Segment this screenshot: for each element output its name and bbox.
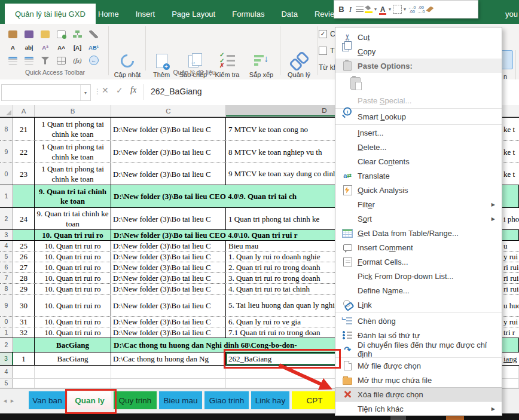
cell-c[interactable]: D:\New folder (3)\Bo tai lieu C — [111, 163, 226, 185]
cell-b[interactable] — [35, 366, 111, 378]
textbox-button[interactable]: ab| — [21, 41, 37, 54]
tab-data[interactable]: Data — [273, 8, 306, 20]
column-header-a[interactable]: A — [13, 105, 35, 117]
menu-item-mo-file-duoc-chon[interactable]: Mở file được chọn — [335, 358, 502, 373]
bold-button[interactable]: B — [337, 3, 346, 16]
menu-item-define-name[interactable]: Define Name... — [335, 283, 502, 298]
borders-button[interactable] — [393, 3, 402, 16]
cell-c[interactable]: D:\New folder (3)\Bo tai lieu C — [111, 317, 226, 327]
fill-color-dropdown[interactable]: ▾ — [373, 3, 378, 16]
new-file-button[interactable] — [53, 27, 69, 41]
formula-bar-grip[interactable]: ⋮ — [94, 87, 101, 96]
cell-a[interactable] — [13, 230, 35, 240]
cell-a[interactable] — [13, 338, 35, 352]
cell-c[interactable] — [111, 366, 226, 378]
grow-font-button[interactable]: A˄ — [53, 41, 69, 54]
menu-item-smart-lookup[interactable]: i Smart Lookup — [335, 109, 502, 124]
org-chart-button[interactable] — [69, 27, 86, 41]
cell-c[interactable]: D:\New folder (3)\Bo tai lieu C — [111, 118, 226, 140]
cell-b[interactable]: 10. Quan tri rui ro — [35, 262, 111, 272]
insert-function-fx-button[interactable]: fx — [130, 85, 136, 95]
enter-button[interactable]: ✓ — [116, 85, 123, 95]
row-number[interactable]: 2 — [0, 208, 13, 229]
cell-b[interactable]: 10. Quan tri rui ro — [35, 241, 111, 251]
font-button[interactable]: A — [5, 41, 21, 54]
cell-b[interactable]: BacGiang — [35, 338, 111, 352]
tab-formulas[interactable]: Formulas — [224, 8, 273, 20]
menu-item-tien-ich-khac[interactable]: Tiện ích khác ▶ — [335, 401, 502, 416]
row-number[interactable]: 9 — [0, 295, 13, 316]
row-number[interactable]: 8 — [0, 118, 13, 140]
row-number[interactable]: 4 — [0, 241, 13, 251]
select-all-corner[interactable] — [0, 105, 13, 117]
row-number-selected[interactable]: 3 — [0, 352, 13, 365]
cell-b[interactable] — [35, 379, 111, 388]
spelling-button[interactable]: AB¹ — [86, 41, 102, 54]
cell-c[interactable]: D:\New folder (3)\Bo tai lieu C — [111, 284, 226, 294]
row-number[interactable]: 3 — [0, 230, 13, 240]
menu-item-pick-from-list[interactable]: Pick From Drop-down List... — [335, 269, 502, 283]
tab-page-layout[interactable]: Page Layout — [163, 8, 224, 20]
paste-option-button[interactable] — [335, 73, 502, 93]
menu-item-clear-contents[interactable]: Clear Contents — [335, 154, 502, 168]
row-number[interactable]: 1 — [0, 327, 13, 338]
name-box[interactable]: ▾ — [1, 84, 91, 101]
sheet-tab-giao-trinh[interactable]: Giao trinh — [204, 391, 249, 409]
menu-item-sort[interactable]: Sort ▶ — [335, 211, 502, 226]
column-header-c[interactable]: C — [111, 105, 226, 117]
cell-c[interactable] — [111, 379, 226, 388]
font-color-dropdown[interactable]: ▾ — [387, 3, 392, 16]
cell-a[interactable]: 32 — [13, 327, 35, 338]
menu-item-get-data[interactable]: Get Data from Table/Range... — [335, 226, 502, 240]
cell-a[interactable]: 24 — [13, 208, 35, 229]
menu-item-insert[interactable]: Insert... — [335, 125, 502, 140]
cell-b[interactable]: 9. Quan tri tai chinh ke toan — [35, 208, 111, 229]
cell-b[interactable]: 10. Quan tri rui ro — [35, 295, 111, 316]
column-header-b[interactable]: B — [35, 105, 111, 117]
sheet-nav-right-icon[interactable]: ► — [10, 398, 15, 404]
sheet-tab-cpt[interactable]: CPT — [292, 391, 337, 409]
cell-a[interactable]: 1 — [13, 352, 35, 365]
cell-b[interactable]: 1 Quan tri phong tai chinh ke toan — [35, 118, 111, 140]
menu-item-insert-comment[interactable]: Insert Comment — [335, 240, 502, 255]
cell-c[interactable]: D:\New folder (3)\Bo tai lieu C — [111, 252, 226, 262]
tab-home[interactable]: Home — [90, 8, 127, 20]
menu-item-di-chuyen-files[interactable]: ↷ Di chuyển files đến thư mục được chỉ đ… — [335, 342, 502, 357]
menu-item-cut[interactable]: ✂ Cut — [335, 30, 502, 44]
cell-b[interactable]: BacGiang — [35, 352, 111, 365]
cell-c[interactable]: D:\New folder (3)\Bo tai lieu C — [111, 241, 226, 251]
back-button[interactable]: ← — [86, 54, 102, 67]
cell-c[interactable]: D:\New folder (3)\Bo tai lieu C — [111, 262, 226, 272]
filter-button[interactable] — [37, 54, 53, 67]
cell-a[interactable] — [13, 185, 35, 207]
menu-item-xoa-file-duoc-chon-highlighted[interactable]: Xóa file được chọn — [335, 387, 502, 401]
row-number[interactable]: 8 — [0, 284, 13, 294]
row-number[interactable]: 5 — [0, 379, 13, 388]
cell-a[interactable] — [13, 366, 35, 378]
formula-input[interactable]: 262_BaGiang — [151, 87, 202, 96]
cell-a[interactable] — [13, 379, 35, 388]
borders-dropdown[interactable]: ▾ — [402, 3, 407, 16]
project-button[interactable] — [5, 27, 21, 41]
cell-a[interactable]: 30 — [13, 295, 35, 316]
table-search-button[interactable] — [5, 54, 21, 67]
cell-a[interactable]: 21 — [13, 118, 35, 140]
row-number[interactable]: 2 — [0, 338, 13, 352]
increase-decimal-button[interactable]: ←.0.00 — [408, 3, 416, 16]
cell-b[interactable]: 10. Quan tri rui ro — [35, 252, 111, 262]
cell-a[interactable]: 28 — [13, 273, 35, 283]
cell-a[interactable]: 26 — [13, 252, 35, 262]
sheet-tab-quy-trinh[interactable]: Quy trinh — [114, 391, 157, 409]
open-button[interactable] — [37, 27, 53, 41]
row-number[interactable]: 7 — [0, 273, 13, 283]
align-button[interactable] — [355, 3, 364, 16]
sheet-tab-link-hay[interactable]: Link hay — [251, 391, 289, 409]
split-window-button[interactable] — [53, 54, 69, 67]
sheet-tab-quan-ly-active[interactable]: Quan ly — [68, 391, 111, 409]
row-number[interactable]: 1 — [0, 185, 13, 207]
italic-button[interactable]: I — [346, 3, 355, 16]
menu-item-link[interactable]: Link — [335, 298, 502, 312]
cell-a[interactable]: 27 — [13, 262, 35, 272]
menu-item-quick-analysis[interactable]: Quick Analysis — [335, 183, 502, 197]
menu-item-mo-thu-muc-chua-file[interactable]: Mở thư mục chứa file — [335, 373, 502, 387]
